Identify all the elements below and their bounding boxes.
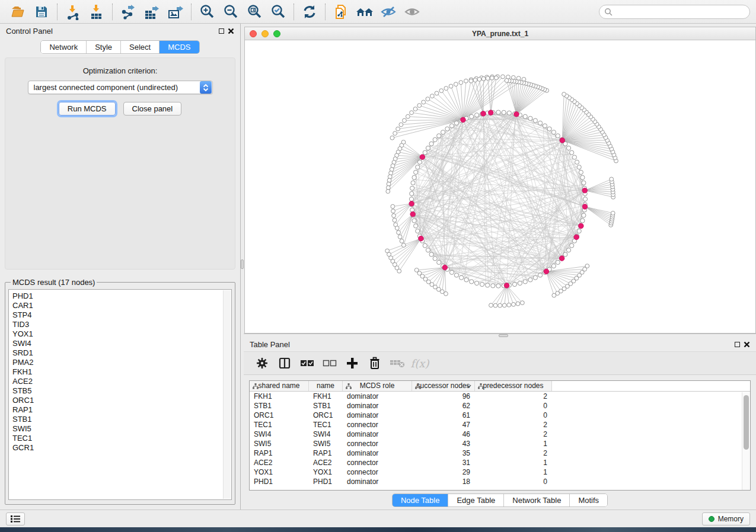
float-panel-icon[interactable]: [219, 28, 224, 34]
memory-button[interactable]: Memory: [702, 512, 750, 525]
deselect-all-button[interactable]: [320, 354, 340, 373]
splitter-handle[interactable]: [499, 334, 508, 337]
horizontal-splitter[interactable]: [244, 334, 756, 337]
import-network-button[interactable]: [61, 2, 85, 22]
zoom-out-icon: [223, 4, 239, 20]
table-row[interactable]: YOX1YOX1connector291: [250, 467, 750, 477]
zoom-selected-button[interactable]: [266, 2, 290, 22]
refresh-button[interactable]: [298, 2, 321, 22]
checked-boxes-icon: [300, 358, 314, 368]
mcds-result-item[interactable]: TEC1: [12, 434, 231, 443]
delete-button[interactable]: [365, 354, 385, 373]
delete-table-button[interactable]: [387, 354, 407, 373]
table-row[interactable]: FKH1FKH1dominator962: [250, 392, 750, 401]
tab-node-table[interactable]: Node Table: [393, 494, 448, 507]
tab-edge-table[interactable]: Edge Table: [448, 494, 503, 507]
select-all-button[interactable]: [297, 354, 317, 373]
namespace-icon: [478, 383, 484, 389]
splitter-handle[interactable]: [241, 259, 244, 269]
mcds-result-item[interactable]: SWI4: [12, 339, 231, 348]
close-panel-button[interactable]: Close panel: [123, 102, 182, 116]
table-scrollbar[interactable]: [742, 392, 750, 490]
zoom-in-button[interactable]: [195, 2, 219, 22]
table-cell: 47: [412, 420, 475, 430]
function-builder-button[interactable]: f(x): [410, 354, 430, 373]
mcds-result-item[interactable]: ORC1: [12, 396, 231, 405]
mcds-list-scrollbar[interactable]: [223, 290, 231, 499]
table-row[interactable]: ACE2ACE2connector311: [250, 458, 750, 467]
export-table-button[interactable]: [140, 2, 164, 22]
mcds-result-item[interactable]: STB1: [12, 415, 231, 424]
first-neighbors-button[interactable]: [353, 2, 377, 22]
optimization-criterion-select[interactable]: largest connected component (undirected): [28, 81, 213, 94]
delete-table-icon: [390, 358, 405, 368]
mcds-result-item[interactable]: FKH1: [12, 367, 231, 377]
table-row[interactable]: ORC1ORC1dominator610: [250, 411, 750, 420]
task-history-button[interactable]: [6, 512, 25, 525]
vertical-splitter[interactable]: [240, 24, 244, 509]
table-cell: RAP1: [250, 448, 309, 458]
show-all-button[interactable]: [400, 2, 424, 22]
table-row[interactable]: TEC1TEC1connector472: [250, 420, 750, 430]
table-row[interactable]: SWI5SWI5connector431: [250, 439, 750, 448]
mcds-result-item[interactable]: PMA2: [12, 358, 231, 367]
table-row[interactable]: STB1STB1dominator620: [250, 401, 750, 411]
table-row[interactable]: PHD1PHD1dominator180: [250, 477, 750, 486]
column-header-name[interactable]: name: [309, 381, 343, 391]
mcds-result-item[interactable]: YOX1: [12, 329, 231, 339]
column-header-successor-nodes[interactable]: successor nodes: [412, 381, 475, 391]
mcds-result-item[interactable]: SWI5: [12, 424, 231, 434]
mcds-result-list[interactable]: PHD1CAR1STP4TID3YOX1SWI4SRD1PMA2FKH1ACE2…: [8, 289, 232, 500]
tab-mcds[interactable]: MCDS: [159, 41, 199, 53]
float-panel-icon[interactable]: [735, 342, 740, 347]
close-panel-icon[interactable]: [744, 341, 750, 348]
table-row[interactable]: SWI4SWI4dominator462: [250, 430, 750, 439]
zoom-fit-button[interactable]: [243, 2, 266, 22]
mcds-result-item[interactable]: RAP1: [12, 405, 231, 415]
show-columns-button[interactable]: [275, 354, 295, 373]
tab-network[interactable]: Network: [41, 41, 86, 53]
save-session-button[interactable]: [30, 2, 53, 22]
run-mcds-button[interactable]: Run MCDS: [59, 102, 116, 116]
table-cell: 2: [475, 392, 552, 401]
table-row[interactable]: RAP1RAP1dominator352: [250, 448, 750, 458]
trash-icon: [369, 357, 381, 370]
mcds-result-item[interactable]: GCR1: [12, 443, 231, 453]
tab-network-table[interactable]: Network Table: [503, 494, 569, 507]
zoom-out-button[interactable]: [219, 2, 243, 22]
clone-network-button[interactable]: [329, 2, 353, 22]
network-canvas[interactable]: [245, 40, 755, 333]
table-cell: TEC1: [250, 420, 309, 430]
column-header-predecessor-nodes[interactable]: predecessor nodes: [475, 381, 552, 391]
mcds-result-item[interactable]: ACE2: [12, 377, 231, 386]
namespace-icon: [415, 383, 421, 389]
tab-motifs[interactable]: Motifs: [569, 494, 607, 507]
import-table-button[interactable]: [85, 2, 109, 22]
table-cell: ACE2: [309, 458, 343, 467]
export-image-button[interactable]: [164, 2, 187, 22]
mcds-result-item[interactable]: TID3: [12, 320, 231, 329]
mcds-result-item[interactable]: STP4: [12, 310, 231, 320]
table-cell: 46: [412, 430, 475, 439]
mcds-result-item[interactable]: CAR1: [12, 301, 231, 310]
mcds-result-item[interactable]: SRD1: [12, 348, 231, 358]
hide-selected-button[interactable]: [377, 2, 400, 22]
column-header-MCDS-role[interactable]: MCDS role: [343, 381, 412, 391]
open-file-button[interactable]: [6, 2, 30, 22]
export-network-button[interactable]: [116, 2, 140, 22]
scrollbar-thumb[interactable]: [744, 395, 749, 450]
tab-style[interactable]: Style: [86, 41, 120, 53]
close-panel-icon[interactable]: [228, 28, 234, 34]
search-input[interactable]: [615, 8, 745, 16]
houses-icon: [355, 4, 374, 20]
add-column-button[interactable]: [342, 354, 362, 373]
gear-icon: [256, 357, 269, 370]
mcds-result-item[interactable]: STB5: [12, 386, 231, 396]
table-settings-button[interactable]: [252, 354, 272, 373]
tab-select[interactable]: Select: [120, 41, 159, 53]
table-cell: 29: [412, 467, 475, 477]
column-header-shared-name[interactable]: shared name: [250, 381, 309, 391]
search-field[interactable]: [599, 5, 750, 19]
export-table-icon: [143, 4, 160, 20]
mcds-result-item[interactable]: PHD1: [12, 291, 231, 301]
